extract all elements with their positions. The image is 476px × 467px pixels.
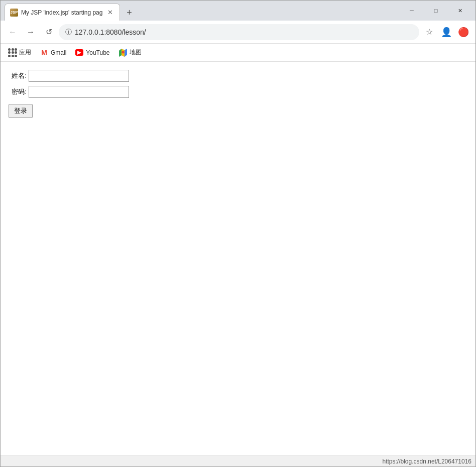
browser-window: JSP My JSP 'index.jsp' starting pag ✕ + … (0, 0, 476, 467)
new-tab-button[interactable]: + (122, 6, 136, 20)
bookmark-apps[interactable]: 应用 (5, 46, 35, 59)
address-input[interactable] (75, 28, 413, 36)
submit-row: 登录 (9, 102, 467, 118)
bookmark-gmail[interactable]: M Gmail (36, 46, 70, 59)
minimize-button[interactable]: ─ (400, 3, 423, 19)
gmail-icon: M (40, 49, 48, 57)
address-bar[interactable]: ⓘ (59, 24, 419, 40)
tab-close-button[interactable]: ✕ (105, 8, 114, 17)
tab-title: My JSP 'index.jsp' starting pag (21, 9, 102, 16)
bookmark-maps[interactable]: 地图 (115, 46, 146, 59)
apps-icon (9, 49, 17, 57)
extension-icon: 🔴 (458, 27, 469, 38)
star-icon: ☆ (426, 27, 433, 37)
extension-button[interactable]: 🔴 (455, 24, 471, 40)
login-form: 姓名: 密码: 登录 (9, 70, 467, 118)
reload-icon: ↺ (46, 27, 52, 37)
profile-button[interactable]: 👤 (438, 24, 454, 40)
page-content: 姓名: 密码: 登录 (1, 62, 475, 455)
back-icon: ← (9, 28, 17, 37)
nav-right-icons: ☆ 👤 🔴 (421, 24, 471, 40)
window-controls: ─ □ ✕ (396, 1, 475, 21)
name-row: 姓名: (9, 70, 467, 82)
lock-icon: ⓘ (65, 28, 72, 37)
close-button[interactable]: ✕ (448, 3, 471, 19)
status-link[interactable]: https://blog.csdn.net/L206471016 (383, 458, 471, 465)
bookmark-apps-label: 应用 (19, 48, 31, 57)
bookmark-star-button[interactable]: ☆ (421, 24, 437, 40)
name-input[interactable] (29, 70, 129, 82)
forward-icon: → (27, 28, 35, 37)
password-input[interactable] (29, 86, 129, 98)
bookmarks-bar: 应用 M Gmail YouTube (1, 44, 475, 62)
navigation-bar: ← → ↺ ⓘ ☆ 👤 🔴 (1, 21, 475, 44)
profile-icon: 👤 (441, 27, 452, 38)
tab-strip: JSP My JSP 'index.jsp' starting pag ✕ + (1, 1, 396, 21)
youtube-icon (75, 49, 83, 57)
bookmark-gmail-label: Gmail (51, 49, 66, 56)
bookmark-maps-label: 地图 (130, 48, 142, 57)
login-button[interactable]: 登录 (9, 104, 33, 118)
reload-button[interactable]: ↺ (41, 24, 57, 40)
password-label: 密码: (9, 87, 27, 96)
forward-button[interactable]: → (23, 24, 39, 40)
bookmark-youtube-label: YouTube (86, 49, 109, 56)
bookmark-youtube[interactable]: YouTube (71, 46, 113, 59)
back-button[interactable]: ← (5, 24, 21, 40)
tab-favicon: JSP (10, 9, 18, 17)
status-bar: https://blog.csdn.net/L206471016 (1, 455, 475, 466)
title-bar: JSP My JSP 'index.jsp' starting pag ✕ + … (1, 1, 475, 21)
svg-point-4 (122, 51, 124, 53)
active-tab[interactable]: JSP My JSP 'index.jsp' starting pag ✕ (5, 4, 120, 21)
maximize-button[interactable]: □ (424, 3, 447, 19)
password-row: 密码: (9, 86, 467, 98)
maps-icon (119, 49, 127, 57)
name-label: 姓名: (9, 71, 27, 80)
